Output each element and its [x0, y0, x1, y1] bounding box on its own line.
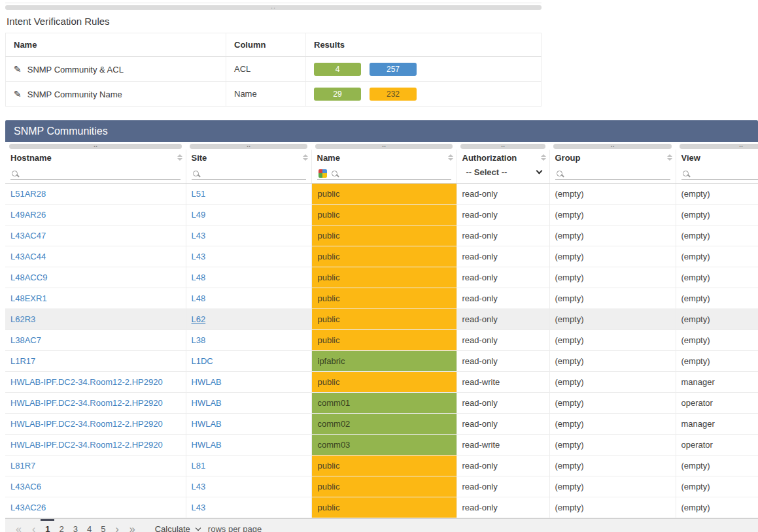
site-link[interactable]: HWLAB [192, 377, 222, 387]
sort-icon[interactable] [448, 154, 453, 161]
table-row: HWLAB-IPF.DC2-34.Room12-2.HP2920HWLABcom… [5, 413, 758, 434]
result-badge-blue[interactable]: 257 [370, 63, 417, 76]
result-badge-green[interactable]: 4 [314, 63, 361, 76]
column-resize-handle-group[interactable]: .. [553, 144, 672, 149]
view-cell: (empty) [676, 183, 758, 204]
authorization-cell: read-only [457, 350, 549, 371]
community-name-cell: public [312, 456, 457, 476]
snmp-communities-panel: SNMP Communities ............HostnameSit… [5, 120, 758, 532]
page-button-2[interactable]: 2 [54, 519, 68, 532]
page-button-4[interactable]: 4 [82, 519, 96, 532]
hostname-link[interactable]: L48ACC9 [10, 273, 47, 282]
site-link[interactable]: L48 [192, 293, 206, 303]
site-link[interactable]: L62 [192, 314, 206, 324]
hostname-link[interactable]: L81R7 [10, 461, 35, 471]
result-badge-amber[interactable]: 232 [370, 88, 417, 101]
hostname-link[interactable]: L43AC26 [10, 503, 46, 512]
edit-rule-icon[interactable]: ✎ [14, 64, 22, 75]
snmp-panel-titlebar: SNMP Communities [5, 120, 758, 142]
site-filter-input[interactable] [192, 167, 306, 180]
intent-col-header-results[interactable]: Results [306, 33, 542, 57]
site-link[interactable]: L1DC [192, 356, 213, 366]
intent-rule-row: ✎SNMP Community & ACLACL4257 [6, 57, 542, 82]
view-cell: (empty) [676, 350, 758, 371]
page: .. Intent Verification Rules Name Column… [0, 0, 758, 532]
edit-rule-icon[interactable]: ✎ [14, 89, 22, 99]
hostname-link[interactable]: L43AC44 [10, 252, 46, 261]
column-resize-handle-name[interactable]: .. [315, 144, 453, 149]
column-header-hostname[interactable]: Hostname [5, 150, 186, 165]
name-filter-input[interactable] [317, 167, 451, 180]
view-cell: manager [676, 413, 758, 434]
hostname-link[interactable]: HWLAB-IPF.DC2-34.Room12-2.HP2920 [10, 377, 163, 387]
hostname-link[interactable]: L51AR28 [10, 189, 46, 199]
next-page-button[interactable]: › [110, 519, 124, 532]
sort-icon[interactable] [303, 154, 308, 161]
site-link[interactable]: L48 [192, 273, 206, 282]
intent-col-header-column[interactable]: Column [226, 33, 306, 57]
view-filter-input[interactable] [681, 167, 758, 180]
search-icon [557, 171, 562, 176]
column-resize-handle-site[interactable]: .. [190, 144, 307, 149]
sort-icon[interactable] [541, 154, 546, 161]
hostname-link[interactable]: L43AC6 [10, 482, 41, 491]
column-header-site[interactable]: Site [186, 150, 311, 165]
first-page-button[interactable]: « [10, 519, 27, 532]
hostname-link[interactable]: L48EXR1 [10, 293, 47, 303]
hostname-link[interactable]: L43AC47 [10, 231, 46, 241]
column-header-authorization[interactable]: Authorization [457, 150, 549, 165]
page-button-5[interactable]: 5 [96, 519, 110, 532]
group-filter-input[interactable] [555, 167, 670, 180]
hostname-link[interactable]: L1R17 [10, 356, 35, 366]
hostname-link[interactable]: HWLAB-IPF.DC2-34.Room12-2.HP2920 [10, 398, 163, 408]
authorization-cell: read-only [457, 183, 549, 204]
last-page-button[interactable]: » [124, 519, 141, 532]
site-link[interactable]: L43 [192, 252, 206, 261]
snmp-table-body: L51AR28L51publicread-only(empty)(empty)L… [5, 183, 758, 518]
site-link[interactable]: L51 [192, 189, 206, 199]
community-name-cell: public [312, 309, 457, 329]
page-button-3[interactable]: 3 [69, 519, 82, 532]
community-name-cell: comm03 [312, 435, 457, 455]
result-badge-green[interactable]: 29 [314, 88, 361, 101]
intent-col-header-name[interactable]: Name [6, 33, 226, 57]
hostname-link[interactable]: L49AR26 [10, 210, 46, 220]
authorization-filter-select[interactable]: -- Select -- [462, 167, 544, 180]
page-button-1[interactable]: 1 [41, 519, 54, 532]
hostname-link[interactable]: L38AC7 [10, 335, 41, 345]
column-header-group[interactable]: Group [549, 150, 676, 165]
site-link[interactable]: L81 [192, 461, 206, 471]
site-link[interactable]: L43 [192, 482, 206, 491]
rows-per-page-select[interactable]: Calculate [155, 519, 200, 532]
authorization-cell: read-only [457, 392, 549, 413]
site-link[interactable]: L43 [192, 503, 206, 512]
sort-icon[interactable] [667, 154, 672, 161]
site-link[interactable]: HWLAB [192, 440, 222, 450]
group-cell: (empty) [549, 267, 676, 288]
community-name-cell: public [312, 246, 457, 267]
site-link[interactable]: L38 [192, 335, 206, 345]
column-resize-handle-authorization[interactable]: .. [460, 144, 545, 149]
hostname-link[interactable]: HWLAB-IPF.DC2-34.Room12-2.HP2920 [10, 440, 163, 450]
site-link[interactable]: HWLAB [192, 398, 222, 408]
column-header-view[interactable]: View [676, 150, 758, 165]
site-link[interactable]: HWLAB [192, 419, 222, 429]
group-cell: (empty) [549, 497, 676, 518]
sort-icon[interactable] [177, 154, 182, 161]
search-icon [332, 171, 337, 176]
color-filter-icon[interactable] [319, 169, 327, 178]
authorization-cell: read-only [457, 497, 549, 518]
snmp-table-head: ............HostnameSiteNameAuthorizatio… [5, 142, 758, 183]
column-header-name[interactable]: Name [311, 150, 457, 165]
column-resize-handle-view[interactable]: .. [680, 144, 758, 149]
community-name-cell: public [312, 476, 457, 497]
hostname-link[interactable]: HWLAB-IPF.DC2-34.Room12-2.HP2920 [10, 419, 163, 429]
hostname-link[interactable]: L62R3 [10, 314, 35, 324]
panel-drag-handle[interactable]: .. [5, 5, 542, 10]
site-link[interactable]: L43 [192, 231, 206, 241]
hostname-filter-input[interactable] [10, 167, 181, 180]
site-link[interactable]: L49 [192, 210, 206, 220]
prev-page-button[interactable]: ‹ [27, 519, 41, 532]
view-cell: (empty) [676, 329, 758, 350]
column-resize-handle-hostname[interactable]: .. [9, 144, 182, 149]
